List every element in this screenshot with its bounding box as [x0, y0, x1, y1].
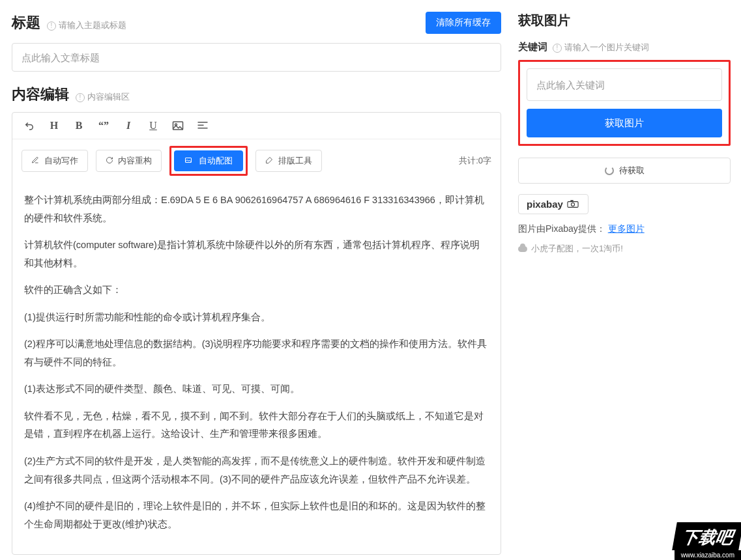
auto-write-button[interactable]: 自动写作 [22, 150, 88, 172]
restructure-button[interactable]: 内容重构 [96, 150, 162, 172]
info-icon: ! [553, 44, 562, 53]
editor-heading: 内容编辑 [12, 85, 69, 104]
svg-point-7 [571, 203, 574, 206]
quote-icon[interactable]: “” [97, 119, 110, 132]
editor-box: H B “” I U 自动写作 内容重构 [12, 112, 501, 555]
title-hint: ! 请输入主题或标题 [47, 20, 126, 31]
tip-row: 小虎子配图，一次1淘币! [518, 243, 731, 255]
align-left-icon[interactable] [196, 119, 209, 132]
info-icon: ! [76, 93, 85, 102]
provider-row: 图片由Pixabay提供： 更多图片 [518, 223, 731, 235]
title-heading: 标题 [12, 13, 40, 33]
keyword-hint: ! 请输入一个图片关键词 [553, 42, 649, 53]
info-icon: ! [47, 21, 56, 31]
layout-tool-button[interactable]: 排版工具 [255, 150, 322, 172]
cloud-icon [518, 246, 527, 252]
fetch-image-button[interactable]: 获取图片 [527, 109, 722, 137]
content-paragraph: (1)提供运行时所需功能和性能的命令或计算机程序集合。 [24, 309, 489, 327]
keyword-label: 关键词 [518, 41, 547, 53]
svg-rect-8 [570, 200, 573, 201]
content-paragraph: 整个计算机系统由两部分组成：E.69DA 5 E 6 BA 9062616964… [24, 191, 489, 227]
undo-icon[interactable] [23, 119, 36, 132]
editor-hint: ! 内容编辑区 [76, 91, 130, 103]
content-paragraph: (2)程序可以满意地处理信息的数据结构。(3)说明程序功能要求和程序需要的文档的… [24, 335, 489, 371]
content-paragraph: (1)表达形式不同的硬件类型、颜色、味道、可见、可摸、可闻。 [24, 380, 489, 399]
heading-icon[interactable]: H [48, 119, 61, 132]
side-heading: 获取图片 [518, 12, 731, 29]
italic-icon[interactable]: I [122, 119, 135, 132]
word-count: 共计:0字 [459, 155, 491, 167]
content-paragraph: (4)维护不同的硬件是旧的，理论上软件是旧的，并不坏，但实际上软件也是旧的和坏的… [24, 497, 489, 533]
clear-cache-button[interactable]: 清除所有缓存 [426, 12, 501, 34]
article-title-input[interactable] [12, 43, 501, 72]
more-images-link[interactable]: 更多图片 [608, 223, 645, 234]
loading-icon [605, 166, 614, 175]
underline-icon[interactable]: U [147, 119, 160, 132]
content-paragraph: 软件的正确含义如下： [24, 281, 489, 300]
format-toolbar: H B “” I U [12, 113, 501, 139]
image-icon[interactable] [171, 119, 184, 132]
pending-button[interactable]: 待获取 [518, 158, 731, 184]
keyword-highlight-box: 获取图片 [518, 60, 731, 146]
content-paragraph: 计算机软件(computer software)是指计算机系统中除硬件以外的所有… [24, 236, 489, 272]
watermark: 下载吧 www.xiazaiba.com [675, 522, 741, 560]
keyword-input[interactable] [527, 68, 722, 101]
content-paragraph: 软件看不见，无色，枯燥，看不见，摸不到，闻不到。软件大部分存在于人们的头脑或纸上… [24, 408, 489, 443]
editor-content[interactable]: 整个计算机系统由两部分组成：E.69DA 5 E 6 BA 9062616964… [12, 182, 501, 554]
content-paragraph: (2)生产方式不同的软件是开发，是人类智能的高发挥，而不是传统意义上的硬件制造。… [24, 453, 489, 488]
auto-image-highlight: 自动配图 [169, 146, 248, 176]
action-toolbar: 自动写作 内容重构 自动配图 排版工具 共计:0字 [12, 139, 501, 182]
auto-image-button[interactable]: 自动配图 [174, 150, 243, 171]
bold-icon[interactable]: B [72, 119, 85, 132]
pixabay-badge: pixabay [518, 194, 588, 214]
